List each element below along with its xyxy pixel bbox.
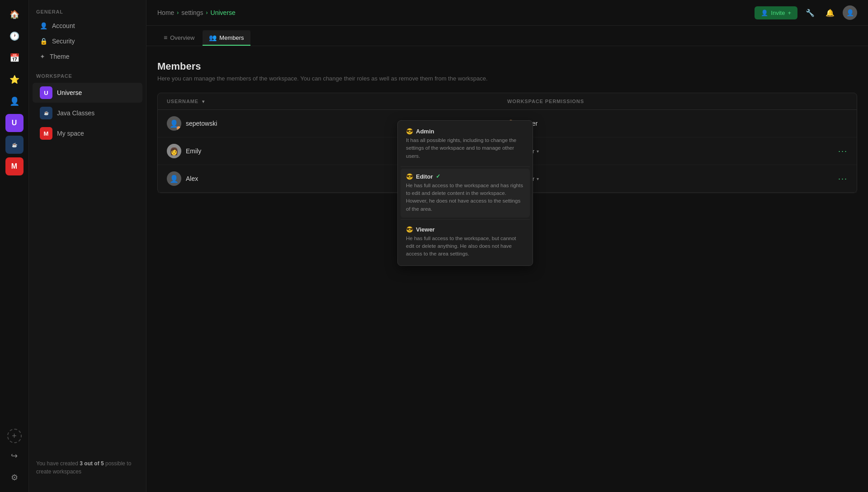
content-area: ≡ Overview 👥 Members Members Here you ca… <box>146 26 868 492</box>
sidebar-workspace-myspace[interactable]: M My space <box>33 123 142 143</box>
members-tab-icon: 👥 <box>209 34 217 41</box>
tab-members[interactable]: 👥 Members <box>203 30 250 46</box>
members-tab-label: Members <box>219 34 244 41</box>
sidebar-item-theme[interactable]: ✦ Theme <box>33 49 142 64</box>
footer-highlight: 3 out of 5 <box>80 460 104 467</box>
viewer-emoji: 😎 <box>406 226 413 233</box>
header-actions: 👤 Invite + 🔧 🔔 👤 <box>755 5 857 20</box>
sidebar-workspace-java[interactable]: ☕ Java Classes <box>33 103 142 123</box>
breadcrumb-settings[interactable]: settings <box>181 9 203 16</box>
myspace-label: My space <box>57 130 84 137</box>
workspace-section-label: WORKSPACE <box>29 73 146 82</box>
chevron-down-icon-alex: ▾ <box>537 176 539 181</box>
members-table: USERNAME ▾ WORKSPACE PERMISSIONS 👤 🎨 sep… <box>157 93 857 193</box>
sidebar: GENERAL 👤 Account 🔒 Security ✦ Theme WOR… <box>29 0 146 492</box>
logout-icon[interactable]: ↪ <box>5 447 24 465</box>
java-label: Java Classes <box>57 109 94 117</box>
settings-icon[interactable]: ⚙ <box>5 468 24 487</box>
chevron-down-icon: ▾ <box>537 149 539 154</box>
sidebar-item-account-label: Account <box>52 22 75 29</box>
permission-cell-emily: 😎 Editor ▾ <box>507 147 848 156</box>
java-avatar: ☕ <box>40 107 52 119</box>
overview-tab-label: Overview <box>170 34 194 41</box>
breadcrumb-home[interactable]: Home <box>157 9 174 16</box>
account-icon: 👤 <box>40 22 47 29</box>
dropdown-divider-1 <box>401 166 530 167</box>
username-sepetowski: sepetowski <box>186 120 217 127</box>
sort-icon: ▾ <box>202 99 205 104</box>
avatar-badge-sepetowski: 🎨 <box>176 125 181 131</box>
sidebar-item-theme-label: Theme <box>50 53 70 60</box>
username-alex: Alex <box>186 175 198 182</box>
theme-icon: ✦ <box>40 53 45 60</box>
workspace-u-icon[interactable]: U <box>5 114 24 132</box>
members-section: Members Here you can manage the members … <box>146 46 868 208</box>
dropdown-divider-2 <box>401 219 530 220</box>
universe-avatar: U <box>40 86 52 99</box>
invite-plus-icon: + <box>788 9 791 16</box>
dropdown-role-viewer[interactable]: 😎 Viewer He has full access to the works… <box>401 222 530 263</box>
calendar-icon[interactable]: 📅 <box>5 49 24 67</box>
row-actions-emily[interactable]: ··· <box>838 147 848 156</box>
avatar-emily: 👩 <box>167 144 181 158</box>
permission-cell-sepetowski: 🎨 Owner <box>507 119 848 128</box>
breadcrumb: Home › settings › Universe <box>157 9 236 16</box>
admin-role-desc: It has all possible rights, including to… <box>406 137 524 160</box>
username-emily: Emily <box>186 147 201 155</box>
sidebar-footer: You have created 3 out of 5 possible to … <box>29 452 146 483</box>
sidebar-item-security[interactable]: 🔒 Security <box>33 34 142 48</box>
sidebar-item-account[interactable]: 👤 Account <box>33 19 142 33</box>
security-icon: 🔒 <box>40 38 47 45</box>
role-dropdown: 😎 Admin It has all possible rights, incl… <box>397 120 533 266</box>
permission-cell-alex: 😎 Editor ▾ <box>507 175 848 183</box>
editor-role-name: 😎 Editor ✓ <box>406 173 524 180</box>
person-icon[interactable]: 👤 <box>5 92 24 110</box>
icon-bar: 🏠 🕐 📅 ⭐ 👤 U ☕ M + ↪ ⚙ <box>0 0 29 492</box>
breadcrumb-current: Universe <box>211 9 236 16</box>
workspace-m-icon[interactable]: M <box>5 157 24 175</box>
dropdown-role-admin[interactable]: 😎 Admin It has all possible rights, incl… <box>401 123 530 165</box>
clock-icon[interactable]: 🕐 <box>5 27 24 45</box>
editor-role-desc: He has full access to the workspace and … <box>406 182 524 213</box>
avatar-sepetowski: 👤 🎨 <box>167 116 181 131</box>
top-header: Home › settings › Universe 👤 Invite + 🔧 … <box>146 0 868 26</box>
avatar-alex: 👤 <box>167 171 181 186</box>
star-icon[interactable]: ⭐ <box>5 71 24 89</box>
members-title: Members <box>157 61 857 72</box>
check-icon: ✓ <box>436 173 440 180</box>
wrench-icon[interactable]: 🔧 <box>803 5 817 20</box>
tabs-bar: ≡ Overview 👥 Members <box>146 26 868 46</box>
user-avatar-header[interactable]: 👤 <box>843 5 857 20</box>
admin-emoji: 😎 <box>406 128 413 135</box>
breadcrumb-sep-1: › <box>177 9 179 16</box>
breadcrumb-sep-2: › <box>206 9 208 16</box>
myspace-avatar: M <box>40 127 52 140</box>
add-workspace-button[interactable]: + <box>7 429 22 443</box>
tab-overview[interactable]: ≡ Overview <box>157 30 201 46</box>
admin-role-name: 😎 Admin <box>406 128 524 135</box>
dropdown-role-editor[interactable]: 😎 Editor ✓ He has full access to the wor… <box>401 169 530 218</box>
invite-icon: 👤 <box>761 9 768 16</box>
editor-emoji: 😎 <box>406 173 413 180</box>
invite-button[interactable]: 👤 Invite + <box>755 6 797 19</box>
viewer-role-desc: He has full access to the workspace, but… <box>406 235 524 258</box>
viewer-role-name: 😎 Viewer <box>406 226 524 233</box>
bell-icon[interactable]: 🔔 <box>823 5 837 20</box>
permissions-header: WORKSPACE PERMISSIONS <box>507 99 848 104</box>
table-header: USERNAME ▾ WORKSPACE PERMISSIONS <box>158 93 857 110</box>
main-content: Home › settings › Universe 👤 Invite + 🔧 … <box>146 0 868 492</box>
workspace-java-icon[interactable]: ☕ <box>5 136 24 154</box>
sidebar-item-security-label: Security <box>52 38 75 45</box>
universe-label: Universe <box>57 89 82 96</box>
username-header: USERNAME ▾ <box>167 99 507 104</box>
general-section-label: GENERAL <box>29 9 146 18</box>
row-actions-alex[interactable]: ··· <box>838 174 848 184</box>
invite-label: Invite <box>771 9 785 16</box>
members-description: Here you can manage the members of the w… <box>157 75 857 82</box>
overview-tab-icon: ≡ <box>164 34 167 41</box>
footer-text: You have created 3 out of 5 possible to … <box>36 460 131 475</box>
home-icon[interactable]: 🏠 <box>5 5 24 24</box>
sidebar-workspace-universe[interactable]: U Universe <box>33 83 142 103</box>
